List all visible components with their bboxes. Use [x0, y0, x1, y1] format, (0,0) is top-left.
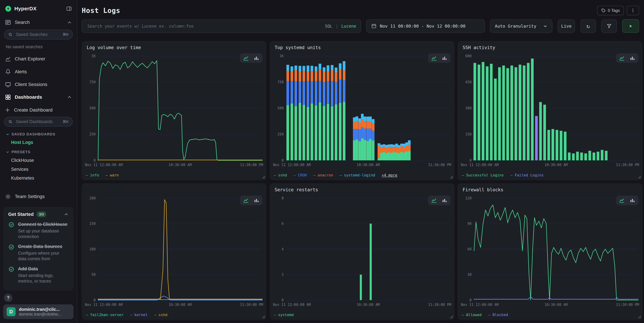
create-dashboard-button[interactable]: Create Dashboard [0, 104, 77, 116]
calendar-icon [371, 23, 376, 29]
granularity-select[interactable]: Auto Granularity [490, 19, 552, 33]
create-dashboard-label: Create Dashboard [14, 107, 72, 113]
bar-chart-icon[interactable] [252, 197, 262, 204]
line-chart-icon[interactable] [429, 197, 439, 204]
get-started-item[interactable]: Connect to ClickHouse Set up your databa… [8, 221, 69, 239]
saved-searches-field[interactable] [15, 32, 60, 38]
resize-handle-icon[interactable] [262, 315, 265, 318]
get-started-item[interactable]: Add Data Start sending logs, metrics, or… [8, 266, 69, 284]
resize-handle-icon[interactable] [262, 176, 265, 179]
user-email: dominic.tran@clickho... [19, 312, 62, 316]
legend-item: —warn [106, 173, 119, 177]
bar-chart-icon[interactable] [628, 54, 638, 62]
sidebar-item-search[interactable]: Search [0, 16, 77, 29]
resize-handle-icon[interactable] [450, 315, 453, 318]
group-presets[interactable]: PRESETS [0, 147, 77, 156]
sql-toggle[interactable]: SQL [325, 24, 332, 29]
svg-text:0: 0 [282, 298, 284, 302]
svg-text:11:30:00 PM: 11:30:00 PM [428, 163, 451, 167]
chart-type-toggle[interactable] [240, 54, 262, 63]
chart-plot[interactable]: 050100150200Nov 11 12:00:00 AM10:30:00 A… [82, 183, 266, 320]
event-search-box[interactable]: SQL | Lucene [82, 19, 361, 33]
sidebar-item-client-sessions[interactable]: Client Sessions [0, 78, 77, 91]
chart-title: SSH activity [462, 45, 495, 50]
svg-text:0: 0 [94, 298, 96, 302]
legend-more-link[interactable]: +4 more [382, 173, 397, 177]
chart-type-toggle[interactable] [616, 196, 638, 205]
svg-text:11:30:00 PM: 11:30:00 PM [428, 303, 451, 307]
bar-chart-icon[interactable] [252, 54, 262, 62]
line-chart-icon[interactable] [429, 54, 439, 62]
group-label-text: PRESETS [12, 150, 30, 154]
chevron-up-icon[interactable] [64, 212, 69, 217]
sidebar-item-kubernetes[interactable]: Kubernetes [0, 174, 77, 183]
line-chart-icon[interactable] [617, 54, 627, 62]
saved-searches-input[interactable]: ⌘K [4, 30, 73, 40]
svg-text:0: 0 [94, 158, 96, 162]
sidebar-item-clickhouse[interactable]: ClickHouse [0, 156, 77, 165]
lucene-toggle[interactable]: Lucene [341, 24, 356, 29]
legend-item: —kernel [130, 313, 148, 317]
brand-name: HyperDX [14, 6, 63, 12]
sidebar-item-services[interactable]: Services [0, 165, 77, 174]
line-chart-icon[interactable] [241, 54, 251, 62]
chart-legend: —Successful Logins—Failed Logins [462, 173, 544, 177]
refresh-button[interactable]: ↻ [580, 19, 596, 33]
chart-type-toggle[interactable] [428, 196, 450, 205]
chart-plot[interactable]: 02468Nov 11 12:00:00 AM10:30:00 AM11:30:… [270, 183, 454, 320]
sidebar-item-team-settings[interactable]: Team Settings [0, 190, 77, 203]
help-button[interactable]: ? [4, 294, 12, 302]
legend-item: —info [86, 173, 99, 177]
svg-text:4: 4 [282, 247, 284, 251]
tags-label: 0 Tags [608, 8, 620, 13]
sidebar-item-dashboards[interactable]: Dashboards [0, 91, 77, 103]
chart-plot[interactable]: 02505007501KNov 11 12:00:00 AM10:30:00 A… [82, 41, 266, 180]
get-started-item[interactable]: Create Data Sources Configure where your… [8, 243, 69, 261]
svg-text:750: 750 [89, 80, 96, 84]
legend-item: —Allowed [462, 313, 482, 317]
sidebar-item-host-logs[interactable]: Host Logs [0, 138, 77, 147]
chart-type-toggle[interactable] [240, 196, 262, 205]
saved-dashboards-field[interactable] [15, 119, 60, 125]
filter-button[interactable] [601, 19, 617, 33]
line-chart-icon[interactable] [617, 197, 627, 204]
filter-icon [606, 23, 612, 29]
bar-chart-icon[interactable] [440, 54, 449, 62]
resize-handle-icon[interactable] [450, 176, 453, 179]
live-button[interactable]: Live [558, 19, 575, 33]
svg-text:0: 0 [470, 158, 472, 162]
sidebar-item-alerts[interactable]: Alerts [0, 65, 77, 78]
resize-handle-icon[interactable] [638, 176, 641, 179]
svg-text:0: 0 [470, 298, 472, 302]
bar-chart-icon[interactable] [628, 197, 638, 204]
svg-text:11:30:00 PM: 11:30:00 PM [616, 303, 639, 307]
chart-plot[interactable]: 0150300450600Nov 11 12:00:00 AM10:30:00 … [458, 41, 642, 180]
tags-button[interactable]: 0 Tags [597, 6, 624, 15]
svg-text:Nov 11 12:00:00 AM: Nov 11 12:00:00 AM [85, 163, 123, 167]
chart-plot[interactable]: 0306090120Nov 11 12:00:00 AM10:30:00 AM1… [458, 183, 642, 320]
get-started-item-desc: Start sending logs, metrics, or traces [18, 273, 69, 284]
group-saved-dashboards[interactable]: SAVED DASHBOARDS [0, 129, 77, 138]
dashboard-grid: Log volume over time 02505007501KNov 11 … [82, 41, 642, 320]
user-menu[interactable]: D dominic.tran@clic... dominic.tran@clic… [3, 304, 74, 319]
refresh-icon: ↻ [586, 23, 590, 29]
bar-chart-icon[interactable] [440, 197, 449, 204]
chart-card: Log volume over time 02505007501KNov 11 … [82, 41, 266, 180]
collapse-sidebar-icon[interactable] [66, 6, 72, 12]
search-icon [8, 120, 13, 124]
svg-text:11:30:00 PM: 11:30:00 PM [240, 163, 263, 167]
line-chart-icon[interactable] [241, 197, 251, 204]
svg-text:Nov 11 12:00:00 AM: Nov 11 12:00:00 AM [461, 163, 499, 167]
more-options-button[interactable] [627, 6, 639, 15]
chart-type-toggle[interactable] [616, 54, 638, 63]
saved-dashboards-input[interactable]: ⌘K [4, 117, 73, 127]
date-range-picker[interactable]: Nov 11 00:00:00 - Nov 12 00:00:00 [366, 19, 484, 33]
chart-type-toggle[interactable] [428, 54, 450, 63]
chart-plot[interactable]: 02505007501KNov 11 12:00:00 AM10:30:00 A… [270, 41, 454, 180]
sidebar-item-chart-explorer[interactable]: Chart Explorer [0, 53, 77, 65]
run-query-button[interactable] [622, 19, 639, 33]
chart-card: Firewall blocks 0306090120Nov 11 12:00:0… [458, 183, 642, 320]
svg-text:600: 600 [465, 54, 472, 58]
event-search-input[interactable] [86, 23, 322, 29]
resize-handle-icon[interactable] [638, 315, 641, 318]
